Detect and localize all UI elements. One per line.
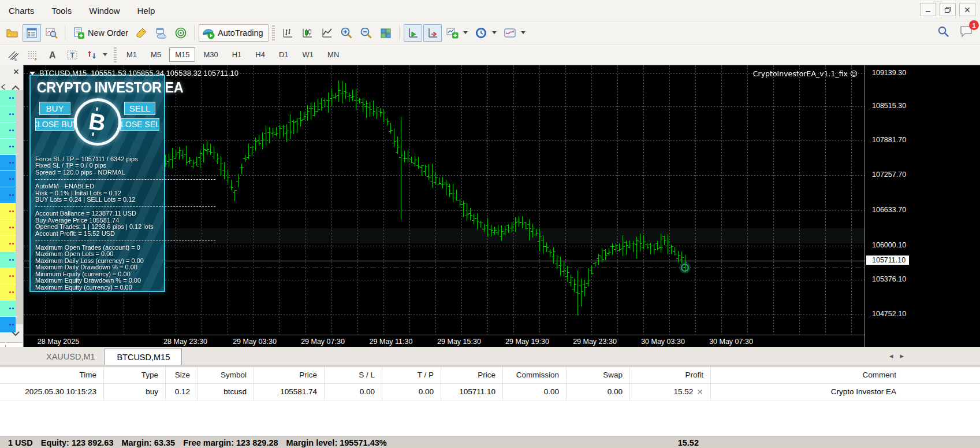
minimize-button[interactable]: [920, 3, 936, 16]
dock-list-item[interactable]: [0, 284, 16, 301]
new-order-button-label: New Order: [88, 28, 128, 38]
column-header-tp[interactable]: T / P: [382, 367, 441, 383]
profiles-button[interactable]: [3, 24, 21, 42]
column-header-commission[interactable]: Commission: [503, 367, 567, 383]
column-header-price[interactable]: Price: [254, 367, 325, 383]
dock-list-item[interactable]: [0, 203, 16, 220]
sell-button[interactable]: SELL: [124, 102, 155, 115]
price-axis-label: 108515.30: [872, 102, 906, 110]
timeframe-m30[interactable]: M30: [198, 47, 223, 62]
metaeditor-button[interactable]: [152, 24, 170, 42]
column-header-sl[interactable]: S / L: [325, 367, 382, 383]
column-header-symbol[interactable]: Symbol: [198, 367, 254, 383]
chart-shift-button[interactable]: [423, 24, 442, 42]
close-buy-button[interactable]: CLOSE BUY: [35, 118, 74, 131]
tab-scroll-left-icon[interactable]: ◂: [889, 351, 893, 360]
new-order-button[interactable]: New Order: [69, 24, 131, 42]
chart-magnifier-icon: [45, 27, 58, 39]
column-header-type[interactable]: Type: [104, 367, 166, 383]
dock-scroll-down-icon[interactable]: [12, 328, 20, 339]
trade-cell-tp: 0.00: [382, 384, 441, 400]
dock-list-item[interactable]: [0, 252, 16, 268]
search-icon[interactable]: [937, 25, 950, 40]
dock-list-item[interactable]: [0, 123, 16, 139]
dock-list-item[interactable]: [0, 139, 16, 155]
trade-cell-commission: 0.00: [503, 384, 567, 400]
timeframe-mn[interactable]: MN: [322, 47, 345, 62]
candlestick-chart-button[interactable]: [298, 24, 316, 42]
trade-cell-profit: 15.52✕: [630, 384, 711, 400]
timeframe-m1[interactable]: M1: [121, 47, 143, 62]
menu-item-window[interactable]: Window: [80, 2, 128, 20]
dock-list-item[interactable]: [0, 220, 16, 236]
menu-item-tools[interactable]: Tools: [43, 2, 80, 20]
indicators-button-dropdown-icon[interactable]: [463, 31, 468, 34]
auto-scroll-button[interactable]: [404, 24, 422, 42]
menu-item-charts[interactable]: Charts: [0, 2, 43, 20]
menu-item-help[interactable]: Help: [129, 2, 164, 20]
bar-chart-button[interactable]: [278, 24, 297, 42]
arrows-button[interactable]: [83, 46, 110, 64]
line-chart-button[interactable]: [318, 24, 336, 42]
templates-button-dropdown-icon[interactable]: [521, 31, 526, 34]
timeframe-w1[interactable]: W1: [297, 47, 320, 62]
dock-list-item[interactable]: [0, 236, 16, 252]
column-header-price[interactable]: Price: [441, 367, 503, 383]
periods-button[interactable]: [472, 24, 500, 42]
zoom-out-button[interactable]: [357, 24, 375, 42]
tag-button[interactable]: [132, 24, 151, 42]
notifications-icon[interactable]: 1: [959, 24, 974, 40]
channels-button[interactable]: E: [4, 46, 23, 64]
dock-list-item[interactable]: [0, 155, 16, 171]
dock-list-item[interactable]: [0, 301, 16, 317]
indicators-button[interactable]: [443, 24, 471, 42]
dock-list-item[interactable]: [0, 171, 16, 187]
radar-button[interactable]: [172, 24, 190, 42]
autotrading-button[interactable]: AutoTrading: [199, 24, 268, 42]
periods-button-dropdown-icon[interactable]: [492, 31, 497, 34]
dock-close-icon[interactable]: [12, 67, 21, 76]
column-header-profit[interactable]: Profit: [630, 367, 711, 383]
column-header-swap[interactable]: Swap: [567, 367, 630, 383]
column-header-time[interactable]: Time: [0, 367, 104, 383]
trade-row[interactable]: 2025.05.30 10:15:23buy0.12btcusd105581.7…: [0, 384, 980, 401]
chevron-down-icon[interactable]: [29, 72, 35, 75]
clock-icon: [475, 27, 487, 39]
strategy-tester-button[interactable]: [42, 24, 61, 42]
tab-scroll-right-icon[interactable]: ▸: [900, 351, 904, 360]
fibonacci-button[interactable]: F: [24, 46, 42, 64]
timeframe-d1[interactable]: D1: [273, 47, 295, 62]
dock-list-item[interactable]: [0, 106, 16, 123]
column-header-size[interactable]: Size: [166, 367, 198, 383]
buy-button[interactable]: BUY: [39, 102, 70, 115]
timeframe-h4[interactable]: H4: [249, 47, 271, 62]
close-button[interactable]: [959, 3, 975, 16]
terminal-panel-button[interactable]: [23, 24, 41, 42]
chart-window: BTCUSD,M15 105551.53 105855.34 105538.32…: [23, 65, 980, 347]
time-axis-label: 30 May 07:30: [709, 338, 753, 346]
timeframe-m5[interactable]: M5: [145, 47, 167, 62]
close-sell-button[interactable]: CLOSE SELL: [120, 118, 159, 131]
cloud-window-icon: [155, 27, 167, 39]
tile-windows-button[interactable]: [377, 24, 395, 42]
chart-tab-xauusdm1[interactable]: XAUUSD,M1: [35, 349, 107, 364]
dock-list-item[interactable]: [0, 268, 16, 284]
text-button[interactable]: A: [43, 46, 62, 64]
dock-list-item[interactable]: [0, 90, 16, 106]
close-position-icon[interactable]: ✕: [696, 388, 703, 396]
zoom-in-button[interactable]: [337, 24, 356, 42]
timeframe-m15[interactable]: M15: [169, 47, 195, 62]
dock-list-item[interactable]: [0, 187, 16, 203]
dock-scrollbar[interactable]: [16, 90, 23, 324]
ea-info-line: Maximum Equity (currency) = 0.00: [35, 284, 164, 291]
new-order-icon: [72, 27, 85, 39]
letter-a-icon: A: [46, 49, 59, 61]
restore-button[interactable]: [940, 3, 956, 16]
templates-button[interactable]: [501, 24, 528, 42]
timeframe-h1[interactable]: H1: [226, 47, 248, 62]
column-header-comment[interactable]: Comment: [711, 367, 980, 383]
menu-bar: ChartsToolsWindowHelp: [0, 0, 980, 21]
arrows-button-dropdown-icon[interactable]: [103, 53, 107, 56]
text-label-button[interactable]: T: [63, 46, 81, 64]
chart-tab-btcusdm15[interactable]: BTCUSD,M15: [105, 349, 182, 365]
